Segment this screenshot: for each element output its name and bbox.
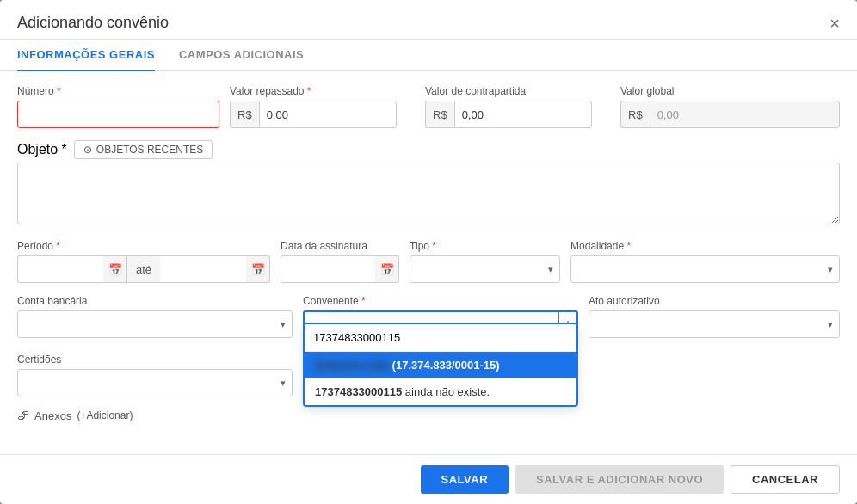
modal-body: Número * Valor repassado * R$ Valor de (0, 71, 857, 454)
ate-label: até (127, 255, 160, 283)
calendar-assinatura-button[interactable]: 📅 (375, 255, 399, 283)
dropdown-item-2-suffix: ainda não existe. (402, 385, 490, 398)
adicionar-link[interactable]: (+Adicionar) (77, 409, 133, 421)
conta-select-wrap: ▾ (17, 310, 293, 338)
modal-header: Adicionando convênio × (0, 0, 857, 40)
grupo-periodo: Período * 📅 até 📅 (17, 240, 270, 283)
row-anexos: 🖇 Anexos (+Adicionar) (17, 409, 840, 422)
grupo-ato-autorizativo: Ato autorizativo ▾ (589, 295, 840, 338)
prefix-repassado: R$ (230, 101, 259, 128)
input-data-assinatura[interactable] (281, 255, 375, 283)
close-button[interactable]: × (829, 15, 840, 32)
cancelar-button[interactable]: CANCELAR (731, 465, 840, 494)
row-valores: Número * Valor repassado * R$ Valor de (17, 85, 840, 128)
label-ato-autorizativo: Ato autorizativo (589, 295, 840, 307)
input-periodo-fim[interactable] (160, 255, 246, 283)
input-valor-global (650, 101, 840, 128)
periodo-inputs: 📅 até 📅 (17, 255, 270, 283)
grupo-valor-global: Valor global R$ (620, 85, 840, 128)
calendar-fim-button[interactable]: 📅 (246, 255, 270, 283)
grupo-tipo: Tipo * ▾ (410, 240, 560, 283)
objeto-label-row: Objeto * ⊙ OBJETOS RECENTES (17, 140, 840, 159)
select-tipo[interactable] (410, 255, 560, 283)
dropdown-item-1-info: (17.374.833/0001-15) (392, 359, 500, 372)
dropdown-item-2[interactable]: 17374833000115 ainda não existe. (305, 378, 576, 405)
dropdown-item-1-name: Empresa Ltda (315, 359, 389, 372)
objetos-recentes-button[interactable]: ⊙ OBJETOS RECENTES (74, 140, 213, 159)
input-prefix-global: R$ (620, 101, 840, 128)
grupo-valor-contrapartida: Valor de contrapartida R$ (425, 85, 610, 128)
modal: Adicionando convênio × INFORMAÇÕES GERAI… (0, 0, 857, 504)
grupo-data-assinatura: Data da assinatura 📅 (281, 240, 399, 283)
label-conta-bancaria: Conta bancária (17, 295, 293, 307)
grupo-conta-bancaria: Conta bancária ▾ (17, 295, 293, 338)
calendar-assinatura-icon: 📅 (380, 263, 394, 276)
prefix-global: R$ (620, 101, 650, 128)
dropdown-item-2-prefix: 17374833000115 (315, 385, 402, 398)
input-periodo-inicio[interactable] (17, 255, 103, 283)
input-numero[interactable] (17, 101, 219, 128)
convenente-dropdown: Empresa Ltda (17.374.833/0001-15) 173748… (303, 323, 578, 407)
row-conta-convenente: Conta bancária ▾ Convenente * (17, 295, 840, 341)
label-data-assinatura: Data da assinatura (281, 240, 399, 252)
select-conta-bancaria[interactable] (17, 310, 293, 338)
tab-campos-adicionais[interactable]: CAMPOS ADICIONAIS (179, 40, 304, 71)
input-valor-contrapartida[interactable] (454, 101, 592, 128)
label-periodo: Período * (17, 240, 270, 252)
tipo-select-wrap: ▾ (410, 255, 560, 283)
history-icon: ⊙ (83, 144, 92, 156)
label-modalidade: Modalidade * (570, 240, 840, 252)
data-assinatura-input-wrap: 📅 (281, 255, 399, 283)
select-modalidade[interactable] (570, 255, 840, 283)
label-tipo: Tipo * (410, 240, 560, 252)
input-prefix-repassado: R$ (230, 101, 415, 128)
convenente-search-input[interactable] (305, 324, 576, 352)
grupo-numero: Número * (17, 85, 219, 128)
textarea-objeto[interactable] (17, 163, 840, 224)
label-valor-repassado: Valor repassado * (230, 85, 415, 97)
ato-select-wrap: ▾ (589, 310, 840, 338)
calendar-fim-icon: 📅 (251, 263, 265, 276)
row-periodo: Período * 📅 até 📅 (17, 240, 840, 283)
anexos-link[interactable]: Anexos (34, 409, 71, 422)
grupo-valor-repassado: Valor repassado * R$ (230, 85, 415, 128)
grupo-certidoes: Certidões ▾ (17, 353, 293, 396)
prefix-contrapartida: R$ (425, 101, 454, 128)
input-prefix-contrapartida: R$ (425, 101, 610, 128)
label-valor-contrapartida: Valor de contrapartida (425, 85, 610, 97)
select-ato-autorizativo[interactable] (589, 310, 840, 338)
modal-title: Adicionando convênio (17, 14, 169, 32)
salvar-button[interactable]: SALVAR (421, 465, 509, 494)
label-objeto: Objeto * (17, 142, 67, 157)
select-certidoes[interactable] (17, 369, 293, 396)
certidoes-select-wrap: ▾ (17, 369, 293, 396)
dropdown-item-1[interactable]: Empresa Ltda (17.374.833/0001-15) (305, 352, 576, 378)
grupo-modalidade: Modalidade * ▾ (570, 240, 840, 283)
label-certidoes: Certidões (17, 353, 293, 366)
row-objeto: Objeto * ⊙ OBJETOS RECENTES (17, 140, 840, 228)
calendar-inicio-button[interactable]: 📅 (103, 255, 127, 283)
label-numero: Número * (17, 85, 219, 97)
paperclip-icon: 🖇 (17, 409, 29, 422)
label-valor-global: Valor global (620, 85, 840, 97)
modal-overlay: Adicionando convênio × INFORMAÇÕES GERAI… (0, 0, 857, 504)
salvar-adicionar-button[interactable]: SALVAR E ADICIONAR NOVO (515, 465, 724, 494)
grupo-convenente: Convenente * | Empresa Ltda (17.374.83 (303, 295, 578, 341)
tabs-bar: INFORMAÇÕES GERAIS CAMPOS ADICIONAIS (0, 40, 857, 71)
tab-informacoes-gerais[interactable]: INFORMAÇÕES GERAIS (17, 40, 155, 71)
modal-footer: SALVAR SALVAR E ADICIONAR NOVO CANCELAR (0, 454, 857, 504)
calendar-icon: 📅 (108, 263, 122, 276)
label-convenente: Convenente * (303, 295, 578, 307)
input-valor-repassado[interactable] (259, 101, 397, 128)
modalidade-select-wrap: ▾ (570, 255, 840, 283)
